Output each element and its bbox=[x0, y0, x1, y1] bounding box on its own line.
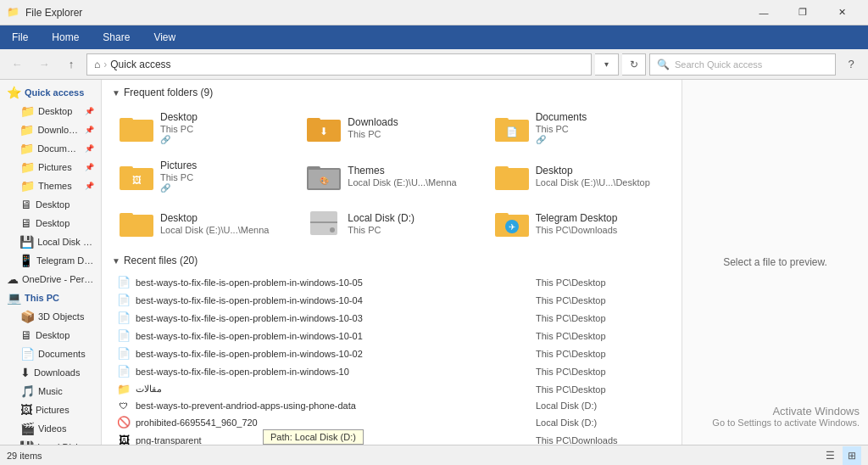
sidebar-item-desktop-3[interactable]: 🖥 Desktop bbox=[0, 214, 101, 232]
sidebar-item-localdisk-d[interactable]: 💾 Local Disk (D:) bbox=[0, 232, 101, 251]
svg-rect-3 bbox=[307, 118, 320, 123]
address-dropdown-button[interactable]: ▾ bbox=[595, 53, 619, 76]
sidebar-item-quick-access[interactable]: ⭐ Quick access bbox=[0, 83, 101, 102]
sidebar-item-documents[interactable]: 📁 Documents 📌 bbox=[0, 139, 101, 158]
file-location: Local Disk (D:) bbox=[532, 417, 668, 428]
menu-share[interactable]: Share bbox=[91, 25, 142, 49]
folder-card-telegram[interactable]: ✈ Telegram Desktop This PC\Downloads bbox=[487, 202, 671, 244]
minimize-button[interactable]: — bbox=[744, 0, 783, 25]
sidebar-item-thispc-desktop[interactable]: 🖥 Desktop bbox=[0, 326, 101, 345]
menubar: File Home Share View bbox=[0, 25, 868, 49]
folder-card-downloads[interactable]: ⬇ Downloads This PC bbox=[299, 105, 483, 150]
file-row[interactable]: 📁 مقالات This PC\Desktop bbox=[112, 380, 671, 398]
3d-icon: 📦 bbox=[20, 310, 35, 323]
help-button[interactable]: ? bbox=[839, 53, 863, 76]
preview-panel: Select a file to preview. Activate Windo… bbox=[682, 80, 868, 445]
menu-home[interactable]: Home bbox=[40, 25, 91, 49]
file-row[interactable]: 🚫 prohibited-6695541_960_720 Local Disk … bbox=[112, 413, 671, 431]
sidebar-item-c-drive[interactable]: 💾 Local Disk (C:) bbox=[0, 438, 101, 445]
forward-button[interactable]: → bbox=[32, 53, 56, 76]
sidebar-item-3d-objects[interactable]: 📦 3D Objects bbox=[0, 307, 101, 326]
folder-name: Documents bbox=[536, 111, 587, 123]
file-location: Local Disk (D:) bbox=[532, 401, 668, 411]
content-area: ▼ Frequent folders (9) Desktop This PC 🔗… bbox=[102, 80, 682, 445]
file-row[interactable]: 📄 best-ways-to-fix-file-is-open-problem-… bbox=[112, 362, 671, 380]
file-row[interactable]: 🛡 best-ways-to-prevent-andriod-apps-usin… bbox=[112, 398, 671, 413]
folder-card-themes[interactable]: 🎨 Themes Local Disk (E:)\U...\Menna bbox=[299, 154, 483, 199]
file-row[interactable]: 📄 best-ways-to-fix-file-is-open-problem-… bbox=[112, 327, 671, 345]
sidebar-item-desktop-2[interactable]: 🖥 Desktop bbox=[0, 195, 101, 214]
search-icon: 🔍 bbox=[657, 59, 670, 70]
titlebar: 📁 File Explorer — ❐ ✕ bbox=[0, 0, 868, 25]
sidebar-item-themes[interactable]: 📁 Themes 📌 bbox=[0, 176, 101, 195]
folder-info-pictures: Pictures This PC 🔗 bbox=[160, 160, 197, 193]
view-controls: ☰ ⊞ bbox=[821, 446, 861, 465]
folder-card-desktop-e[interactable]: Desktop Local Disk (E:)\U...\Desktop bbox=[487, 154, 671, 199]
sidebar-item-thispc[interactable]: 💻 This PC bbox=[0, 289, 101, 307]
folder-card-desktop[interactable]: Desktop This PC 🔗 bbox=[112, 105, 296, 150]
sidebar-item-thispc-documents[interactable]: 📄 Documents bbox=[0, 345, 101, 363]
folder-name: Desktop bbox=[536, 165, 650, 176]
folder-path: This PC bbox=[536, 124, 587, 134]
file-location: This PC\Desktop bbox=[532, 331, 668, 341]
sidebar-item-pictures[interactable]: 📁 Pictures 📌 bbox=[0, 158, 101, 176]
address-bar[interactable]: ⌂ › Quick access bbox=[86, 53, 592, 76]
sidebar-item-downloads[interactable]: 📁 Downloads 📌 bbox=[0, 120, 101, 139]
file-icon: 📁 bbox=[115, 383, 132, 395]
maximize-button[interactable]: ❐ bbox=[783, 0, 822, 25]
file-name: best-ways-to-fix-file-is-open-problem-in… bbox=[132, 367, 532, 377]
titlebar-controls: — ❐ ✕ bbox=[744, 0, 861, 25]
pin-icon: 📌 bbox=[85, 163, 94, 171]
large-icons-view-button[interactable]: ⊞ bbox=[843, 446, 861, 465]
file-name: best-ways-to-fix-file-is-open-problem-in… bbox=[132, 277, 532, 288]
recent-files-header[interactable]: ▼ Recent files (20) bbox=[112, 255, 671, 266]
sidebar-item-thispc-pictures[interactable]: 🖼 Pictures bbox=[0, 401, 101, 419]
sidebar-item-telegram[interactable]: 📱 Telegram Deskto bbox=[0, 251, 101, 270]
folder-path: This PC bbox=[160, 172, 197, 182]
sidebar-item-music[interactable]: 🎵 Music bbox=[0, 382, 101, 401]
details-view-button[interactable]: ☰ bbox=[821, 446, 839, 465]
folder-card-localdisk-d[interactable]: Local Disk (D:) This PC bbox=[299, 202, 483, 244]
file-location: This PC\Desktop bbox=[532, 313, 668, 323]
file-location: This PC\Downloads bbox=[532, 435, 668, 445]
folder-thumb-pictures: 🖼 bbox=[120, 161, 153, 192]
sidebar-item-thispc-downloads[interactable]: ⬇ Downloads bbox=[0, 363, 101, 382]
music-icon: 🎵 bbox=[20, 384, 35, 398]
folder-card-documents[interactable]: 📄 Documents This PC 🔗 bbox=[487, 105, 671, 150]
file-row[interactable]: 🖼 png-transparent This PC\Downloads bbox=[112, 431, 671, 445]
menu-file[interactable]: File bbox=[0, 25, 40, 49]
file-row[interactable]: 📄 best-ways-to-fix-file-is-open-problem-… bbox=[112, 345, 671, 362]
file-row[interactable]: 📄 best-ways-to-fix-file-is-open-problem-… bbox=[112, 309, 671, 327]
sidebar-item-desktop-1[interactable]: 📁 Desktop 📌 bbox=[0, 102, 101, 120]
back-button[interactable]: ← bbox=[5, 53, 29, 76]
refresh-button[interactable]: ↻ bbox=[622, 53, 646, 76]
folder-name: Downloads bbox=[348, 116, 398, 128]
tooltip-box: Path: Local Disk (D:) bbox=[263, 429, 364, 445]
menu-view[interactable]: View bbox=[142, 25, 187, 49]
file-list: 📄 best-ways-to-fix-file-is-open-problem-… bbox=[112, 273, 671, 445]
file-row[interactable]: 📄 best-ways-to-fix-file-is-open-problem-… bbox=[112, 273, 671, 291]
tooltip-text: Path: Local Disk (D:) bbox=[263, 429, 364, 445]
folder-name: Desktop bbox=[160, 111, 198, 123]
file-row[interactable]: 📄 best-ways-to-fix-file-is-open-problem-… bbox=[112, 291, 671, 309]
close-button[interactable]: ✕ bbox=[822, 0, 861, 25]
folder-card-desktop-menna[interactable]: Desktop Local Disk (E:)\U...\Menna bbox=[112, 202, 296, 244]
folder-card-pictures[interactable]: 🖼 Pictures This PC 🔗 bbox=[112, 154, 296, 199]
collapse-arrow-icon: ▼ bbox=[112, 256, 120, 266]
folder-path: This PC bbox=[160, 124, 198, 134]
activate-line1: Activate Windows bbox=[712, 405, 860, 417]
up-button[interactable]: ↑ bbox=[59, 53, 83, 76]
sidebar-item-videos[interactable]: 🎬 Videos bbox=[0, 419, 101, 438]
sidebar-item-onedrive[interactable]: ☁ OneDrive - Person bbox=[0, 270, 101, 289]
onedrive-icon: ☁ bbox=[7, 272, 19, 286]
folder-info-documents: Documents This PC 🔗 bbox=[536, 111, 587, 144]
quick-access-icon: ⭐ bbox=[7, 86, 21, 99]
file-location: This PC\Desktop bbox=[532, 367, 668, 377]
folder-info-themes: Themes Local Disk (E:)\U...\Menna bbox=[348, 165, 456, 188]
search-placeholder: Search Quick access bbox=[675, 59, 762, 70]
activate-line2: Go to Settings to activate Windows. bbox=[712, 417, 860, 428]
file-icon: 🖼 bbox=[115, 434, 132, 445]
file-location: This PC\Desktop bbox=[532, 384, 668, 395]
search-bar[interactable]: 🔍 Search Quick access bbox=[649, 53, 836, 76]
frequent-folders-header[interactable]: ▼ Frequent folders (9) bbox=[112, 87, 671, 98]
